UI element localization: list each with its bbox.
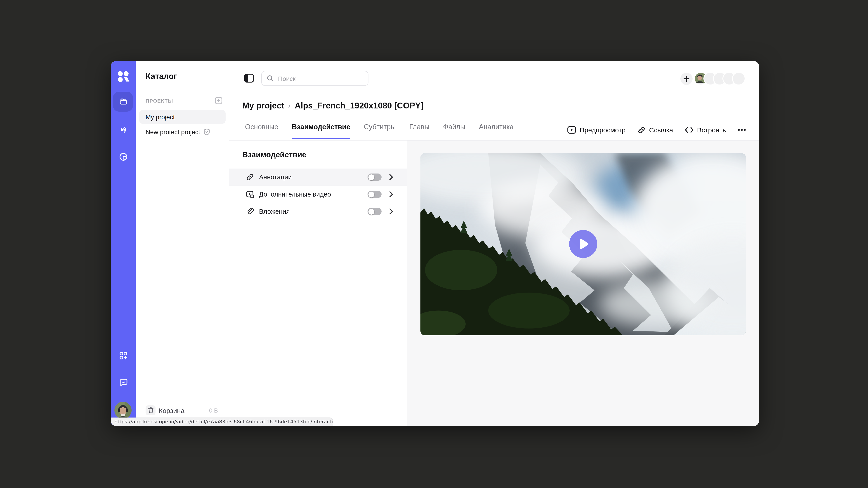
play-button[interactable]: [569, 230, 597, 258]
catalog-title: Каталог: [146, 72, 177, 81]
trash-row[interactable]: Корзина 0 B: [146, 404, 218, 416]
member-avatar-placeholder: [732, 72, 745, 86]
breadcrumb: My project › Alps_French_1920x1080 [COPY…: [242, 101, 423, 111]
breadcrumb-project[interactable]: My project: [242, 101, 284, 111]
preview-play-icon: [567, 126, 576, 134]
projects-section-label: ПРОЕКТЫ: [146, 98, 173, 103]
interaction-row-extra-videos[interactable]: Дополнительные видео: [229, 186, 407, 203]
preview-button[interactable]: Предпросмотр: [567, 126, 625, 134]
desktop: Каталог ПРОЕКТЫ My project New protect p…: [0, 0, 868, 488]
main-area: My project › Alps_French_1920x1080 [COPY…: [229, 61, 759, 426]
play-icon: [579, 238, 589, 250]
code-icon: [685, 127, 693, 133]
trash-icon: [146, 405, 156, 415]
chevron-right-icon: [389, 191, 393, 197]
link-button[interactable]: Ссылка: [638, 126, 673, 134]
add-member-button[interactable]: [680, 72, 692, 85]
project-item-new-protect-project[interactable]: New protect project: [139, 125, 225, 139]
trash-label: Корзина: [159, 406, 184, 414]
plus-square-icon: [215, 97, 222, 104]
app-window: Каталог ПРОЕКТЫ My project New protect p…: [111, 61, 759, 426]
tab-main[interactable]: Основные: [245, 120, 278, 140]
chevron-right-icon: [389, 174, 393, 180]
search-input[interactable]: [277, 74, 360, 83]
tab-chapters[interactable]: Главы: [409, 120, 430, 140]
panel-title: Взаимодействие: [242, 151, 307, 160]
user-avatar[interactable]: [114, 402, 131, 419]
status-url-tooltip: https://app.kinescope.io/video/detail/e7…: [111, 418, 333, 426]
interactions-panel: Взаимодействие Аннотации: [229, 140, 407, 426]
embed-button[interactable]: Встроить: [685, 126, 726, 134]
project-name: New protect project: [146, 128, 200, 135]
tab-analytics[interactable]: Аналитика: [479, 120, 513, 140]
video-player[interactable]: [421, 153, 746, 335]
player-icon[interactable]: [111, 152, 135, 162]
plus-icon: [684, 76, 689, 82]
catalog-panel: Каталог ПРОЕКТЫ My project New protect p…: [135, 61, 229, 426]
tab-files[interactable]: Файлы: [443, 120, 465, 140]
chevron-right-icon: [389, 208, 393, 215]
page-title: Alps_French_1920x1080 [COPY]: [295, 101, 424, 111]
trash-size: 0 B: [209, 407, 218, 414]
video-canvas-area: [407, 140, 759, 426]
members-stack: [680, 72, 745, 86]
live-stream-icon[interactable]: [111, 125, 135, 135]
projects-folder-icon[interactable]: [111, 97, 135, 107]
more-button[interactable]: [738, 129, 746, 131]
add-project-button[interactable]: [215, 97, 222, 104]
extra-videos-toggle[interactable]: [368, 191, 381, 198]
support-chat-icon[interactable]: [111, 377, 135, 387]
tab-subtitles[interactable]: Субтитры: [364, 120, 396, 140]
sidebar-collapse-button[interactable]: [244, 74, 254, 83]
tab-interactions[interactable]: Взаимодействие: [292, 120, 350, 140]
search-icon: [267, 75, 274, 82]
interaction-row-attachments[interactable]: Вложения: [229, 203, 407, 220]
tab-bar: Основные Взаимодействие Субтитры Главы Ф…: [245, 120, 514, 140]
apps-add-icon[interactable]: [111, 351, 135, 361]
shield-check-icon: [203, 128, 210, 135]
project-item-my-project[interactable]: My project: [139, 110, 225, 124]
kinescope-logo-icon[interactable]: [111, 70, 135, 84]
extra-videos-icon: [246, 190, 254, 198]
ellipsis-icon: [738, 129, 746, 131]
annotations-link-icon: [246, 173, 254, 181]
link-icon: [638, 126, 646, 134]
action-bar: Предпросмотр Ссылка Встроить: [567, 120, 746, 140]
project-name: My project: [146, 113, 175, 121]
search-box: [261, 71, 368, 86]
nav-rail: [111, 61, 135, 426]
interaction-row-annotations[interactable]: Аннотации: [229, 168, 407, 186]
annotations-toggle[interactable]: [368, 173, 381, 181]
attachments-paperclip-icon: [246, 207, 254, 216]
breadcrumb-separator: ›: [288, 102, 291, 110]
attachments-toggle[interactable]: [368, 208, 381, 215]
